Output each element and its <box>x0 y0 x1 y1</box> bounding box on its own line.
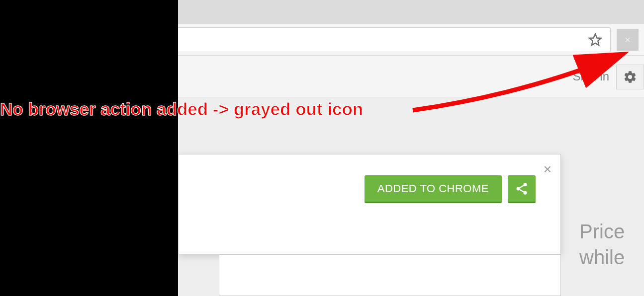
svg-point-2 <box>517 187 520 190</box>
sign-in-link[interactable]: Sign in <box>573 70 609 83</box>
gear-icon <box>623 70 637 84</box>
left-black-overlay <box>0 0 178 296</box>
share-icon <box>515 182 529 196</box>
share-button[interactable] <box>508 175 536 203</box>
extension-grayed-icon[interactable]: × <box>617 29 639 51</box>
added-to-chrome-label: ADDED TO CHROME <box>377 182 489 195</box>
detail-panel <box>219 254 561 296</box>
bookmark-star-icon[interactable] <box>588 33 602 47</box>
svg-marker-0 <box>589 34 601 45</box>
settings-button[interactable] <box>616 65 644 89</box>
added-to-chrome-button[interactable]: ADDED TO CHROME <box>365 175 502 203</box>
svg-point-3 <box>524 191 527 194</box>
svg-point-1 <box>524 183 527 186</box>
annotation-label: No browser action added -> grayed out ic… <box>0 99 363 119</box>
promo-line-1: Price <box>579 219 644 244</box>
promo-line-2: while <box>579 244 644 270</box>
sidebar-promo-text: Price while <box>579 219 644 270</box>
close-icon[interactable]: × <box>544 161 552 177</box>
extension-detail-popup: × ADDED TO CHROME <box>178 154 561 254</box>
close-glyph-icon: × <box>625 35 631 45</box>
